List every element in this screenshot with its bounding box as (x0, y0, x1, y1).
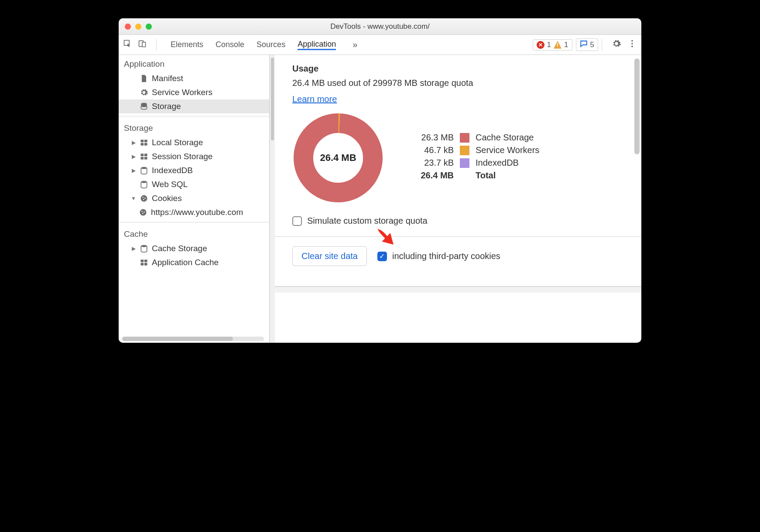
grid-icon (140, 152, 148, 161)
sidebar-item-manifest[interactable]: Manifest (119, 72, 269, 85)
sidebar-item-label: Local Storage (152, 138, 203, 147)
svg-point-5 (631, 46, 633, 48)
sidebar-item-label: Web SQL (152, 180, 188, 189)
drawer-divider[interactable] (275, 286, 641, 293)
device-toolbar-icon[interactable] (138, 39, 147, 50)
legend-swatch (460, 158, 469, 168)
grid-icon (140, 258, 148, 267)
errors-count: 1 (547, 41, 551, 49)
legend-row: 26.3 MB Cache Storage (410, 133, 539, 143)
svg-point-4 (631, 43, 633, 44)
more-tabs-icon[interactable]: » (353, 40, 357, 50)
sidebar-section-storage: Storage (119, 119, 269, 136)
database-icon (140, 166, 148, 175)
sidebar-horizontal-scrollbar[interactable] (122, 337, 264, 341)
third-party-cookies-checkbox[interactable]: ✓ (377, 252, 387, 261)
sidebar-item-storage[interactable]: Storage (119, 99, 269, 113)
sidebar-divider (119, 116, 269, 116)
sidebar-vertical-scrollbar[interactable] (270, 55, 275, 343)
database-icon (140, 102, 148, 111)
more-options-icon[interactable] (627, 39, 637, 51)
database-icon (140, 244, 148, 253)
legend-swatch (460, 146, 469, 155)
sidebar-item-local-storage[interactable]: ▶ Local Storage (119, 136, 269, 150)
sidebar-item-label: Cache Storage (152, 244, 207, 253)
usage-heading: Usage (292, 64, 624, 74)
third-party-cookies-option: ✓ including third-party cookies (377, 251, 500, 261)
sidebar-item-label: https://www.youtube.com (151, 208, 243, 217)
simulate-quota-checkbox[interactable] (292, 216, 302, 226)
toolbar-separator (156, 39, 157, 51)
sidebar-item-service-workers[interactable]: Service Workers (119, 85, 269, 99)
tab-elements[interactable]: Elements (171, 40, 203, 49)
grid-icon (140, 138, 148, 147)
annotation-arrow-icon (373, 225, 399, 252)
collapse-icon[interactable]: ▼ (131, 195, 136, 201)
clear-site-data-row: Clear site data ✓ including third-party … (275, 237, 641, 276)
error-icon: ✕ (537, 41, 544, 49)
devtools-toolbar: Elements Console Sources Application » ✕… (119, 35, 641, 55)
svg-point-17 (141, 195, 147, 202)
svg-rect-14 (144, 157, 147, 160)
inspect-element-icon[interactable] (123, 39, 132, 50)
gear-icon (140, 88, 148, 97)
toolbar-separator (602, 39, 602, 51)
third-party-cookies-label: including third-party cookies (392, 251, 500, 261)
svg-rect-11 (141, 153, 144, 156)
legend-size: 46.7 kB (410, 145, 454, 155)
sidebar-item-session-storage[interactable]: ▶ Session Storage (119, 150, 269, 164)
simulate-quota-row: Simulate custom storage quota (292, 216, 624, 226)
sidebar-section-cache: Cache (119, 225, 269, 242)
sidebar-item-application-cache[interactable]: Application Cache (119, 256, 269, 269)
legend-total-row: 26.4 MB Total (410, 171, 539, 181)
svg-point-25 (141, 245, 147, 247)
sidebar-item-label: Manifest (152, 74, 183, 83)
console-status-errors-warnings[interactable]: ✕ 1 ! 1 (533, 39, 572, 51)
settings-icon[interactable] (612, 39, 621, 51)
tab-console[interactable]: Console (216, 40, 244, 49)
expand-icon[interactable]: ▶ (131, 246, 136, 252)
svg-point-24 (142, 213, 144, 214)
legend-size: 26.3 MB (410, 133, 454, 143)
sidebar-item-indexeddb[interactable]: ▶ IndexedDB (119, 164, 269, 177)
legend-total-name: Total (476, 171, 496, 181)
tab-application[interactable]: Application (298, 40, 336, 50)
main-vertical-scrollbar[interactable] (634, 58, 640, 154)
svg-point-18 (142, 197, 144, 198)
tab-sources[interactable]: Sources (257, 40, 285, 49)
sidebar-item-label: Application Cache (152, 258, 219, 267)
expand-icon[interactable]: ▶ (131, 167, 136, 174)
storage-panel: Usage 26.4 MB used out of 299978 MB stor… (275, 55, 641, 343)
svg-rect-13 (141, 157, 144, 160)
console-status-messages[interactable]: 5 (576, 38, 598, 51)
legend-swatch-empty (460, 171, 469, 181)
sidebar-item-label: IndexedDB (152, 166, 193, 175)
donut-center-label: 26.4 MB (292, 112, 384, 204)
svg-point-20 (143, 199, 144, 200)
sidebar-item-websql[interactable]: Web SQL (119, 177, 269, 191)
window-title: DevTools - www.youtube.com/ (119, 22, 641, 31)
svg-point-23 (144, 211, 145, 213)
usage-text: 26.4 MB used out of 299978 MB storage qu… (292, 78, 624, 88)
svg-rect-12 (144, 153, 147, 156)
database-icon (140, 180, 148, 189)
sidebar-item-cookie-origin[interactable]: https://www.youtube.com (119, 205, 269, 219)
learn-more-link[interactable]: Learn more (292, 94, 337, 104)
sidebar-section-application: Application (119, 55, 269, 72)
warning-icon: ! (554, 41, 561, 49)
sidebar-item-cookies[interactable]: ▼ Cookies (119, 191, 269, 205)
sidebar-item-label: Service Workers (152, 88, 212, 97)
expand-icon[interactable]: ▶ (131, 153, 136, 160)
sidebar-item-cache-storage[interactable]: ▶ Cache Storage (119, 242, 269, 256)
usage-legend: 26.3 MB Cache Storage 46.7 kB Service Wo… (410, 133, 539, 183)
cookie-icon (139, 208, 147, 217)
file-icon (140, 74, 148, 83)
sidebar-item-label: Session Storage (152, 152, 212, 161)
application-sidebar: Application Manifest Service Workers Sto… (119, 55, 270, 343)
clear-site-data-button[interactable]: Clear site data (292, 246, 367, 266)
svg-rect-10 (144, 143, 147, 146)
svg-rect-7 (141, 140, 144, 142)
svg-point-16 (141, 181, 147, 183)
legend-name: Cache Storage (476, 133, 534, 143)
expand-icon[interactable]: ▶ (131, 140, 136, 146)
